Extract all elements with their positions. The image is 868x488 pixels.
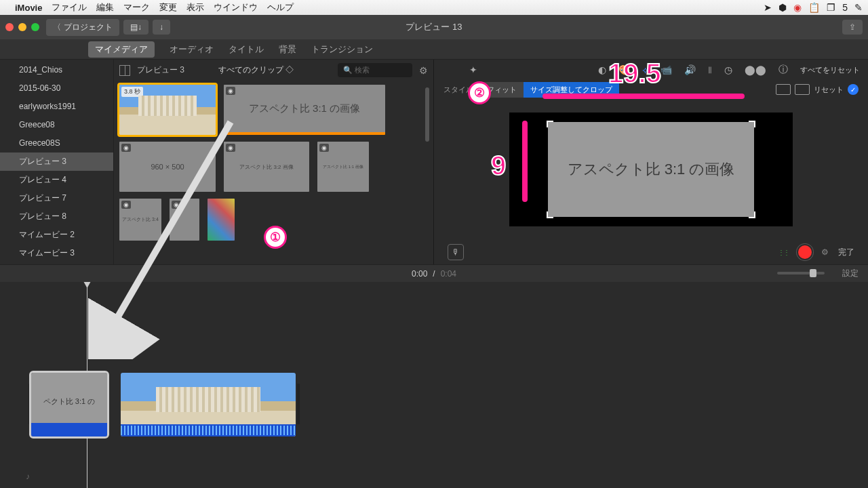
clip-thumbnail[interactable]: ◉960 × 500 (119, 142, 216, 192)
number-icon[interactable]: 5 (842, 2, 848, 13)
clip-thumbnail[interactable] (208, 199, 235, 241)
sidebar-item-selected[interactable]: プレビュー 3 (0, 152, 113, 171)
tab-backgrounds[interactable]: 背景 (279, 43, 296, 56)
timeline-settings-button[interactable]: 設定 (842, 268, 859, 279)
filter-icon[interactable]: ⬤⬤ (745, 64, 766, 75)
viewer-stage: アスペクト比 3:1 の画像 (434, 99, 868, 240)
noise-icon[interactable]: ⦀ (708, 64, 712, 76)
menu-file[interactable]: ファイル (52, 1, 87, 14)
tab-my-media[interactable]: マイメディア (88, 41, 155, 58)
timeline[interactable]: ペクト比 3:1 の ♪ (0, 282, 868, 488)
sidebar-item[interactable]: プレビュー 4 (0, 171, 113, 189)
menu-help[interactable]: ヘルプ (267, 1, 294, 14)
crop-handle-bl[interactable] (547, 211, 553, 218)
clip-thumbnail[interactable]: ◉アスペクト比 3:1 の画像 (224, 85, 385, 135)
browser-scrollbar[interactable] (425, 87, 429, 142)
photo-icon: ◉ (226, 87, 235, 95)
sidebar-item[interactable]: Greece08 (0, 116, 113, 134)
clip-thumbnail[interactable]: ◉アスペクト比 3:4 (119, 199, 161, 241)
search-input[interactable]: 🔍 検索 (338, 63, 412, 77)
zoom-slider[interactable] (777, 272, 825, 274)
timeline-clip-video[interactable] (121, 373, 296, 436)
thumb-label: アスペクト比 3:2 画像 (239, 163, 294, 171)
reset-all-button[interactable]: すべてをリセット (800, 65, 860, 75)
sidebar-item[interactable]: プレビュー 7 (0, 189, 113, 207)
sidebar-item[interactable]: Greece08S (0, 134, 113, 152)
audio-waveform (121, 426, 296, 435)
sidebar-item[interactable]: プレビュー 8 (0, 207, 113, 226)
tab-titles[interactable]: タイトル (229, 43, 264, 56)
info-icon[interactable]: ⓘ (778, 64, 788, 76)
music-track-icon[interactable]: ♪ (26, 472, 30, 481)
reset-button[interactable]: リセット (814, 85, 844, 95)
clip-audio-lane (31, 423, 107, 436)
upper-panes: 2014_Chios 2015-06-30 earlyworks1991 Gre… (0, 60, 868, 264)
crop-handle-tl[interactable] (547, 121, 553, 127)
clipboard-icon[interactable]: 📋 (808, 2, 820, 13)
viewer-pane: ✦ ◐ 🎨 ⟡ 📹 🔊 ⦀ ◷ ⬤⬤ ⓘ すべてをリセット スタイル フィット … (434, 60, 868, 264)
voiceover-icon[interactable]: 🎙 (448, 244, 464, 260)
status-dot-icon[interactable]: ◉ (793, 2, 802, 13)
clip-thumbnail[interactable]: ◉ (170, 199, 199, 241)
media-tabs: マイメディア オーディオ タイトル 背景 トランジション (0, 39, 868, 60)
display-icon[interactable]: ❐ (827, 2, 835, 13)
clip-thumbnail[interactable]: ◉アスペクト比 3:2 画像 (224, 142, 309, 192)
volume-icon[interactable]: 🔊 (684, 64, 696, 75)
gear-icon[interactable]: ⚙ (419, 65, 428, 76)
crop-icon[interactable]: ⟡ (642, 64, 648, 76)
event-name: プレビュー 3 (137, 64, 184, 76)
back-to-projects-button[interactable]: 〈 プロジェクト (46, 19, 119, 36)
speed-icon[interactable]: ◷ (724, 64, 732, 75)
tab-transitions[interactable]: トランジション (311, 43, 373, 56)
clip-duration-badge: 3.8 秒 (121, 87, 143, 97)
viewer-canvas[interactable]: アスペクト比 3:1 の画像 (509, 113, 793, 226)
close-window-button[interactable] (5, 23, 14, 31)
tab-audio[interactable]: オーディオ (170, 43, 214, 56)
clip-thumbnail[interactable]: ◉アスペクト比 1:1 画像 (317, 142, 369, 192)
layout-toggle-icon[interactable] (119, 65, 130, 76)
viewer-toolbar: ✦ ◐ 🎨 ⟡ 📹 🔊 ⦀ ◷ ⬤⬤ ⓘ すべてをリセット (434, 60, 868, 80)
sidebar-item[interactable]: 2014_Chios (0, 61, 113, 79)
clip-thumbnail[interactable]: 3.8 秒 (119, 85, 216, 135)
annotation-width-line (542, 94, 745, 99)
menu-modify[interactable]: 変更 (159, 1, 177, 14)
record-button[interactable] (798, 245, 812, 259)
rotate-ccw-icon[interactable] (776, 84, 791, 95)
color-balance-icon[interactable]: ◐ (598, 64, 606, 75)
library-sidebar: 2014_Chios 2015-06-30 earlyworks1991 Gre… (0, 60, 114, 264)
color-correction-icon[interactable]: 🎨 (618, 64, 630, 75)
crop-frame[interactable]: アスペクト比 3:1 の画像 (548, 122, 754, 217)
stabilize-icon[interactable]: 📹 (660, 64, 672, 75)
menubar-extras: ➤ ⬢ ◉ 📋 ❐ 5 ✎ (764, 2, 863, 13)
sidebar-item[interactable]: マイムービー 3 (0, 244, 113, 262)
minimize-window-button[interactable] (18, 23, 26, 31)
import-button[interactable]: ↓ (153, 20, 170, 35)
zoom-window-button[interactable] (31, 23, 39, 31)
clip-edge-handle[interactable] (297, 384, 300, 424)
app-menu[interactable]: iMovie (15, 3, 42, 13)
record-options-icon[interactable]: ⚙ (821, 247, 829, 257)
status-icon[interactable]: ➤ (764, 2, 772, 13)
menu-mark[interactable]: マーク (123, 1, 150, 14)
photo-icon: ◉ (121, 201, 131, 209)
sidebar-item[interactable]: earlyworks1991 (0, 98, 113, 116)
timeline-clip-image[interactable]: ペクト比 3:1 の (31, 373, 107, 436)
apply-button[interactable]: ✓ (848, 84, 859, 95)
dropbox-icon[interactable]: ⬢ (778, 2, 787, 13)
crop-handle-br[interactable] (749, 211, 755, 218)
photo-icon: ◉ (172, 201, 181, 209)
done-button[interactable]: 完了 (838, 247, 854, 258)
clip-filter-popup[interactable]: すべてのクリップ ◇ (218, 64, 294, 76)
library-list-button[interactable]: ▤↓ (123, 20, 149, 35)
sidebar-item[interactable]: マイムービー 2 (0, 226, 113, 244)
enhance-icon[interactable]: ✦ (469, 64, 477, 75)
menu-window[interactable]: ウインドウ (214, 1, 258, 14)
menu-view[interactable]: 表示 (186, 1, 204, 14)
crop-handle-tr[interactable] (749, 121, 755, 127)
share-button[interactable]: ⇪ (842, 20, 863, 35)
evernote-icon[interactable]: ✎ (854, 2, 863, 13)
rotate-cw-icon[interactable] (795, 84, 810, 95)
window-title: プレビュー 13 (406, 21, 462, 33)
menu-edit[interactable]: 編集 (96, 1, 114, 14)
sidebar-item[interactable]: 2015-06-30 (0, 79, 113, 98)
